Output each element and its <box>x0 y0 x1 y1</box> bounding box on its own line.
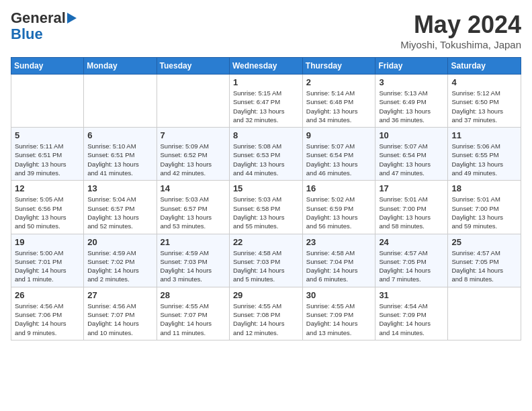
calendar-cell: 30Sunrise: 4:55 AM Sunset: 7:09 PM Dayli… <box>302 287 375 340</box>
page-header: General Blue May 2024 Miyoshi, Tokushima… <box>11 11 521 50</box>
weekday-header-thursday: Thursday <box>302 58 375 75</box>
calendar-cell: 17Sunrise: 5:01 AM Sunset: 7:00 PM Dayli… <box>375 181 448 234</box>
calendar-cell <box>157 75 229 128</box>
day-info: Sunrise: 5:01 AM Sunset: 7:00 PM Dayligh… <box>379 195 444 230</box>
day-number: 23 <box>306 237 372 247</box>
calendar-cell: 12Sunrise: 5:05 AM Sunset: 6:56 PM Dayli… <box>11 181 84 234</box>
day-number: 7 <box>161 130 226 140</box>
calendar-week-4: 19Sunrise: 5:00 AM Sunset: 7:01 PM Dayli… <box>11 234 521 287</box>
day-number: 18 <box>451 183 517 193</box>
day-info: Sunrise: 5:11 AM Sunset: 6:51 PM Dayligh… <box>15 142 80 177</box>
calendar-cell: 29Sunrise: 4:55 AM Sunset: 7:08 PM Dayli… <box>229 287 302 340</box>
day-number: 5 <box>15 130 80 140</box>
day-number: 19 <box>15 237 80 247</box>
calendar-week-2: 5Sunrise: 5:11 AM Sunset: 6:51 PM Daylig… <box>11 128 521 181</box>
day-number: 10 <box>379 130 444 140</box>
day-info: Sunrise: 5:02 AM Sunset: 6:59 PM Dayligh… <box>306 195 372 230</box>
calendar-cell: 15Sunrise: 5:03 AM Sunset: 6:58 PM Dayli… <box>229 181 302 234</box>
day-info: Sunrise: 5:12 AM Sunset: 6:50 PM Dayligh… <box>451 89 517 124</box>
day-info: Sunrise: 5:15 AM Sunset: 6:47 PM Dayligh… <box>233 89 299 124</box>
day-number: 6 <box>87 130 152 140</box>
day-number: 31 <box>379 290 444 300</box>
calendar-cell: 28Sunrise: 4:55 AM Sunset: 7:07 PM Dayli… <box>157 287 229 340</box>
day-number: 25 <box>451 237 517 247</box>
calendar-header-row: SundayMondayTuesdayWednesdayThursdayFrid… <box>11 58 521 75</box>
main-title: May 2024 <box>400 11 521 39</box>
calendar-cell: 21Sunrise: 4:59 AM Sunset: 7:03 PM Dayli… <box>157 234 229 287</box>
calendar-cell: 27Sunrise: 4:56 AM Sunset: 7:07 PM Dayli… <box>84 287 157 340</box>
day-info: Sunrise: 5:07 AM Sunset: 6:54 PM Dayligh… <box>379 142 444 177</box>
day-number: 16 <box>306 183 372 193</box>
calendar-cell: 11Sunrise: 5:06 AM Sunset: 6:55 PM Dayli… <box>448 128 521 181</box>
day-info: Sunrise: 4:59 AM Sunset: 7:03 PM Dayligh… <box>161 248 226 284</box>
calendar-cell: 14Sunrise: 5:03 AM Sunset: 6:57 PM Dayli… <box>157 181 229 234</box>
calendar-cell: 2Sunrise: 5:14 AM Sunset: 6:48 PM Daylig… <box>302 75 375 128</box>
day-info: Sunrise: 5:01 AM Sunset: 7:00 PM Dayligh… <box>451 195 517 230</box>
day-info: Sunrise: 5:08 AM Sunset: 6:53 PM Dayligh… <box>233 142 299 177</box>
day-number: 28 <box>161 290 226 300</box>
day-info: Sunrise: 4:58 AM Sunset: 7:03 PM Dayligh… <box>233 248 299 284</box>
weekday-header-tuesday: Tuesday <box>157 58 229 75</box>
logo-text-blue: Blue <box>11 26 43 43</box>
day-info: Sunrise: 5:14 AM Sunset: 6:48 PM Dayligh… <box>306 89 372 124</box>
day-info: Sunrise: 4:55 AM Sunset: 7:08 PM Dayligh… <box>233 302 299 337</box>
calendar-cell: 19Sunrise: 5:00 AM Sunset: 7:01 PM Dayli… <box>11 234 84 287</box>
calendar-cell: 7Sunrise: 5:09 AM Sunset: 6:52 PM Daylig… <box>157 128 229 181</box>
calendar-cell: 18Sunrise: 5:01 AM Sunset: 7:00 PM Dayli… <box>448 181 521 234</box>
calendar-cell: 10Sunrise: 5:07 AM Sunset: 6:54 PM Dayli… <box>375 128 448 181</box>
day-number: 4 <box>451 77 517 87</box>
day-info: Sunrise: 5:03 AM Sunset: 6:58 PM Dayligh… <box>233 195 299 230</box>
calendar-week-1: 1Sunrise: 5:15 AM Sunset: 6:47 PM Daylig… <box>11 75 521 128</box>
weekday-header-friday: Friday <box>375 58 448 75</box>
day-number: 1 <box>233 77 299 87</box>
subtitle: Miyoshi, Tokushima, Japan <box>400 39 521 50</box>
logo-arrow-icon <box>67 13 77 24</box>
day-info: Sunrise: 4:54 AM Sunset: 7:09 PM Dayligh… <box>379 302 444 337</box>
day-info: Sunrise: 5:05 AM Sunset: 6:56 PM Dayligh… <box>15 195 80 230</box>
day-number: 20 <box>87 237 152 247</box>
day-number: 30 <box>306 290 372 300</box>
day-info: Sunrise: 4:55 AM Sunset: 7:07 PM Dayligh… <box>161 302 226 337</box>
calendar-cell: 6Sunrise: 5:10 AM Sunset: 6:51 PM Daylig… <box>84 128 157 181</box>
calendar-cell: 13Sunrise: 5:04 AM Sunset: 6:57 PM Dayli… <box>84 181 157 234</box>
day-number: 11 <box>451 130 517 140</box>
calendar-cell: 5Sunrise: 5:11 AM Sunset: 6:51 PM Daylig… <box>11 128 84 181</box>
calendar-table: SundayMondayTuesdayWednesdayThursdayFrid… <box>11 57 521 340</box>
day-info: Sunrise: 4:55 AM Sunset: 7:09 PM Dayligh… <box>306 302 372 337</box>
day-number: 2 <box>306 77 372 87</box>
day-number: 12 <box>15 183 80 193</box>
calendar-cell <box>448 287 521 340</box>
calendar-cell <box>11 75 84 128</box>
day-number: 15 <box>233 183 299 193</box>
calendar-week-3: 12Sunrise: 5:05 AM Sunset: 6:56 PM Dayli… <box>11 181 521 234</box>
calendar-cell: 1Sunrise: 5:15 AM Sunset: 6:47 PM Daylig… <box>229 75 302 128</box>
calendar-cell: 4Sunrise: 5:12 AM Sunset: 6:50 PM Daylig… <box>448 75 521 128</box>
day-info: Sunrise: 5:07 AM Sunset: 6:54 PM Dayligh… <box>306 142 372 177</box>
calendar-cell <box>84 75 157 128</box>
day-info: Sunrise: 5:09 AM Sunset: 6:52 PM Dayligh… <box>161 142 226 177</box>
day-number: 24 <box>379 237 444 247</box>
logo-text-general: General <box>11 11 66 26</box>
title-block: May 2024 Miyoshi, Tokushima, Japan <box>400 11 521 50</box>
day-info: Sunrise: 5:06 AM Sunset: 6:55 PM Dayligh… <box>451 142 517 177</box>
day-number: 22 <box>233 237 299 247</box>
day-info: Sunrise: 5:03 AM Sunset: 6:57 PM Dayligh… <box>161 195 226 230</box>
calendar-cell: 9Sunrise: 5:07 AM Sunset: 6:54 PM Daylig… <box>302 128 375 181</box>
day-number: 9 <box>306 130 372 140</box>
calendar-cell: 25Sunrise: 4:57 AM Sunset: 7:05 PM Dayli… <box>448 234 521 287</box>
calendar-cell: 26Sunrise: 4:56 AM Sunset: 7:06 PM Dayli… <box>11 287 84 340</box>
day-info: Sunrise: 5:00 AM Sunset: 7:01 PM Dayligh… <box>15 248 80 284</box>
day-number: 27 <box>87 290 152 300</box>
weekday-header-monday: Monday <box>84 58 157 75</box>
calendar-cell: 23Sunrise: 4:58 AM Sunset: 7:04 PM Dayli… <box>302 234 375 287</box>
logo: General Blue <box>11 11 77 43</box>
day-info: Sunrise: 4:58 AM Sunset: 7:04 PM Dayligh… <box>306 248 372 284</box>
day-number: 8 <box>233 130 299 140</box>
day-number: 3 <box>379 77 444 87</box>
day-info: Sunrise: 5:04 AM Sunset: 6:57 PM Dayligh… <box>87 195 152 230</box>
day-number: 14 <box>161 183 226 193</box>
weekday-header-sunday: Sunday <box>11 58 84 75</box>
day-info: Sunrise: 5:13 AM Sunset: 6:49 PM Dayligh… <box>379 89 444 124</box>
day-info: Sunrise: 4:57 AM Sunset: 7:05 PM Dayligh… <box>379 248 444 284</box>
day-info: Sunrise: 4:57 AM Sunset: 7:05 PM Dayligh… <box>451 248 517 284</box>
